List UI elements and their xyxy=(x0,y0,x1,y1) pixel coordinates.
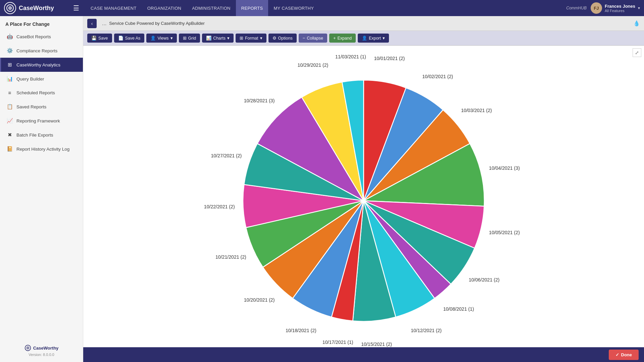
top-navigation: CaseWorthy ☰ CASE MANAGEMENT ORGANIZATIO… xyxy=(0,0,644,16)
charts-icon: 📊 xyxy=(206,36,211,41)
sidebar-item-report-history[interactable]: 📔 Report History Activity Log xyxy=(0,142,83,156)
sidebar-item-label: CaseWorthy Analytics xyxy=(16,62,60,67)
sidebar-item-scheduled-reports[interactable]: ≡ Scheduled Reports xyxy=(0,86,83,100)
sidebar-footer: CaseWorthy Version: 8.0.0.0 xyxy=(0,339,83,362)
sidebar-item-reporting-framework[interactable]: 📈 Reporting Framework xyxy=(0,114,83,128)
saved-reports-icon: 📋 xyxy=(6,104,13,110)
logo-area: CaseWorthy xyxy=(4,2,64,14)
scheduled-reports-icon: ≡ xyxy=(6,90,13,96)
views-chevron-icon: ▾ xyxy=(170,36,173,41)
format-chevron-icon: ▾ xyxy=(260,36,262,41)
sidebar-item-casebot[interactable]: 🤖 CaseBot Reports xyxy=(0,30,83,44)
pie-label: 10/27/2021 (2) xyxy=(211,153,242,158)
charts-button[interactable]: 📊 Charts ▾ xyxy=(202,34,234,43)
nav-right: CommHUB FJ Frances Jones All Features ▾ xyxy=(566,2,640,14)
save-icon: 💾 xyxy=(91,36,97,41)
options-icon: ⚙ xyxy=(273,36,277,41)
breadcrumb-title: Service Cube Powered by CaseWorthy ApBui… xyxy=(109,21,204,26)
grid-button[interactable]: ⊞ Grid xyxy=(179,34,200,43)
views-icon: 👤 xyxy=(150,36,156,41)
pie-label: 10/04/2021 (3) xyxy=(489,165,520,171)
chevron-down-icon[interactable]: ▾ xyxy=(638,6,640,10)
commhub-logo: CommHUB xyxy=(566,6,587,10)
sidebar-item-label: CaseBot Reports xyxy=(16,34,51,39)
report-history-icon: 📔 xyxy=(6,146,13,152)
collapse-button[interactable]: − Collapse xyxy=(299,34,327,43)
pie-label: 10/17/2021 (1) xyxy=(323,340,353,345)
pie-label: 10/03/2021 (2) xyxy=(461,108,492,113)
save-as-button[interactable]: 📄 Save As xyxy=(114,34,145,43)
main-layout: A Place For Change 🤖 CaseBot Reports ⚙️ … xyxy=(0,16,644,362)
bottom-bar: ✓ Done xyxy=(83,347,644,362)
nav-reports[interactable]: REPORTS xyxy=(236,0,268,16)
hamburger-button[interactable]: ☰ xyxy=(70,4,83,12)
pie-chart-container: 10/01/2021 (2)10/02/2021 (2)10/03/2021 (… xyxy=(83,46,644,347)
pie-label: 10/05/2021 (2) xyxy=(489,230,520,235)
toolbar: 💾 Save 📄 Save As 👤 Views ▾ ⊞ Grid 📊 Char… xyxy=(83,31,644,46)
grid-icon: ⊞ xyxy=(183,36,187,41)
save-button[interactable]: 💾 Save xyxy=(87,34,112,43)
done-button[interactable]: ✓ Done xyxy=(609,350,639,360)
pie-label: 11/03/2021 (1) xyxy=(335,54,366,59)
sidebar-item-batch-exports[interactable]: ✖ Batch File Exports xyxy=(0,128,83,142)
pie-label: 10/06/2021 (2) xyxy=(469,277,500,282)
sidebar-item-label: Scheduled Reports xyxy=(16,90,55,95)
export-icon: 👤 xyxy=(362,36,367,41)
user-info: FJ Frances Jones All Features ▾ xyxy=(591,2,640,14)
views-button[interactable]: 👤 Views ▾ xyxy=(146,34,177,43)
reporting-framework-icon: 📈 xyxy=(6,118,13,124)
expand-icon: + xyxy=(333,36,336,41)
footer-version: Version: 8.0.0.0 xyxy=(5,353,78,357)
sidebar-item-saved-reports[interactable]: 📋 Saved Reports xyxy=(0,100,83,114)
check-icon: ✓ xyxy=(615,352,619,357)
breadcrumb-bar: ‹ ... Service Cube Powered by CaseWorthy… xyxy=(83,16,644,31)
sidebar-item-label: Batch File Exports xyxy=(16,133,53,138)
user-name: Frances Jones xyxy=(605,4,635,9)
nav-case-management[interactable]: CASE MANAGEMENT xyxy=(85,0,142,16)
nav-links: CASE MANAGEMENT ORGANIZATION ADMINISTRAT… xyxy=(85,0,566,16)
breadcrumb-back-button[interactable]: ‹ xyxy=(87,19,97,28)
batch-exports-icon: ✖ xyxy=(6,132,13,138)
pie-label: 10/28/2021 (3) xyxy=(244,98,275,103)
format-button[interactable]: ⊞ Format ▾ xyxy=(236,34,266,43)
casebot-icon: 🤖 xyxy=(6,34,13,40)
pie-label: 10/22/2021 (2) xyxy=(204,204,235,209)
sidebar-item-analytics[interactable]: ⊞ CaseWorthy Analytics xyxy=(0,58,83,72)
sidebar-item-label: Reporting Framework xyxy=(16,118,60,123)
breadcrumb-sep: ... xyxy=(102,20,106,27)
pie-label: 10/02/2021 (2) xyxy=(422,74,453,79)
fullscreen-button[interactable]: ⤢ xyxy=(633,48,641,57)
user-sub: All Features xyxy=(605,9,635,13)
footer-logo-text: CaseWorthy xyxy=(33,346,59,351)
nav-organization[interactable]: ORGANIZATION xyxy=(142,0,187,16)
expand-button[interactable]: + Expand xyxy=(329,34,356,43)
nav-administration[interactable]: ADMINISTRATION xyxy=(187,0,236,16)
sidebar-item-query-builder[interactable]: 📊 Query Builder xyxy=(0,72,83,86)
query-builder-icon: 📊 xyxy=(6,76,13,82)
avatar: FJ xyxy=(591,2,602,14)
format-icon: ⊞ xyxy=(240,36,243,41)
pie-label: 10/01/2021 (2) xyxy=(374,56,405,61)
charts-chevron-icon: ▾ xyxy=(227,36,230,41)
options-button[interactable]: ⚙ Options xyxy=(268,34,297,43)
export-button[interactable]: 👤 Export ▾ xyxy=(358,34,389,43)
sidebar-item-label: Query Builder xyxy=(16,76,44,82)
pie-label: 10/29/2021 (2) xyxy=(297,62,328,68)
sidebar-item-label: Saved Reports xyxy=(16,104,46,109)
export-chevron-icon: ▾ xyxy=(383,36,385,41)
org-name: A Place For Change xyxy=(0,16,83,30)
compliance-icon: ⚙️ xyxy=(6,48,13,54)
footer-logo-icon xyxy=(24,345,31,351)
logo-text: CaseWorthy xyxy=(19,5,54,12)
content-area: ‹ ... Service Cube Powered by CaseWorthy… xyxy=(83,16,644,362)
collapse-icon: − xyxy=(303,36,305,41)
nav-my-caseworthy[interactable]: MY CASEWORTHY xyxy=(268,0,319,16)
pie-label: 10/21/2021 (2) xyxy=(215,254,246,260)
pie-label: 10/20/2021 (2) xyxy=(244,297,275,303)
sidebar-item-label: Compliance Reports xyxy=(16,48,57,53)
chart-area: ⤢ 10/01/2021 (2)10/02/2021 (2)10/03/2021… xyxy=(83,46,644,347)
sidebar: A Place For Change 🤖 CaseBot Reports ⚙️ … xyxy=(0,16,83,362)
analytics-icon: ⊞ xyxy=(6,62,13,68)
pie-chart-svg: 10/01/2021 (2)10/02/2021 (2)10/03/2021 (… xyxy=(83,46,644,347)
sidebar-item-compliance[interactable]: ⚙️ Compliance Reports xyxy=(0,44,83,58)
